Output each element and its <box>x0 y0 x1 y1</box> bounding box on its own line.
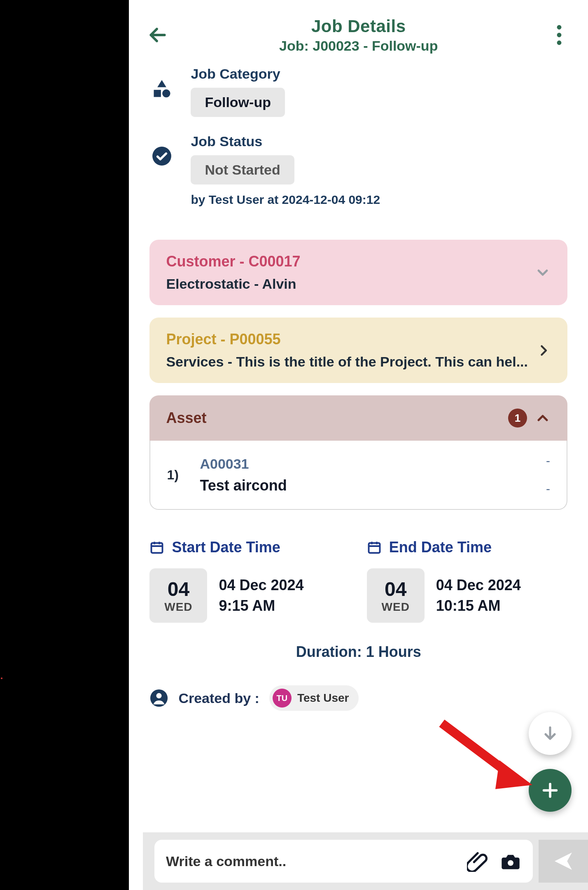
check-circle-icon <box>152 146 172 166</box>
asset-trail-1: - <box>546 454 550 468</box>
back-button[interactable] <box>145 23 170 47</box>
created-by-row: Created by : TU Test User <box>149 685 567 711</box>
page-subtitle: Job: J00023 - Follow-up <box>170 38 547 54</box>
customer-card[interactable]: Customer - C00017 Electrostatic - Alvin <box>149 240 567 305</box>
red-indicator-dot <box>1 677 2 679</box>
send-icon <box>552 850 575 873</box>
asset-count-badge: 1 <box>508 409 527 427</box>
person-circle-icon <box>149 689 168 708</box>
end-datetime-block: End Date Time 04 WED 04 Dec 2024 10:15 A… <box>367 539 567 623</box>
start-daynum: 04 <box>168 578 189 600</box>
created-by-user-chip[interactable]: TU Test User <box>269 685 359 711</box>
job-status-block: Job Status Not Started by Test User at 2… <box>149 133 567 207</box>
end-time: 10:15 AM <box>436 597 521 614</box>
calendar-icon <box>149 540 164 555</box>
svg-point-12 <box>508 860 513 866</box>
scroll-down-fab[interactable] <box>529 712 572 755</box>
svg-rect-7 <box>369 543 380 553</box>
project-card-sub: Services - This is the title of the Proj… <box>166 354 528 370</box>
svg-point-2 <box>557 40 562 45</box>
project-card[interactable]: Project - P00055 Services - This is the … <box>149 318 567 383</box>
created-by-label: Created by : <box>178 690 259 706</box>
end-label: End Date Time <box>389 539 492 556</box>
arrow-left-icon <box>147 25 168 45</box>
asset-row[interactable]: 1) A00031 Test aircond - - <box>150 441 567 509</box>
more-vertical-icon <box>556 25 562 45</box>
page-title: Job Details <box>170 16 547 36</box>
asset-id: A00031 <box>200 456 534 472</box>
chevron-down-icon <box>534 264 551 281</box>
job-category-label: Job Category <box>191 66 567 82</box>
asset-name: Test aircond <box>200 477 534 494</box>
svg-point-9 <box>156 693 162 698</box>
user-avatar-initials: TU <box>273 689 292 708</box>
project-card-title: Project - P00055 <box>166 331 528 348</box>
camera-icon <box>500 850 521 872</box>
asset-card-title: Asset <box>166 409 500 427</box>
comment-input[interactable] <box>166 853 455 869</box>
end-daynum: 04 <box>385 578 406 600</box>
svg-point-1 <box>557 33 562 37</box>
created-by-username: Test User <box>297 691 349 705</box>
svg-rect-3 <box>154 90 161 97</box>
end-date: 04 Dec 2024 <box>436 577 521 594</box>
start-date: 04 Dec 2024 <box>219 577 303 594</box>
end-dow: WED <box>382 600 410 614</box>
svg-point-5 <box>153 147 172 166</box>
arrow-down-icon <box>541 724 559 743</box>
svg-point-4 <box>163 89 171 98</box>
comment-bar <box>143 832 588 890</box>
job-status-byline: by Test User at 2024-12-04 09:12 <box>191 193 567 207</box>
customer-card-sub: Electrostatic - Alvin <box>166 276 526 292</box>
svg-rect-6 <box>152 543 163 553</box>
start-day-tile[interactable]: 04 WED <box>149 568 207 623</box>
add-fab[interactable] <box>529 769 572 812</box>
customer-card-title: Customer - C00017 <box>166 253 526 270</box>
left-empty-panel <box>0 0 129 890</box>
svg-point-0 <box>557 25 562 30</box>
paperclip-icon <box>467 850 488 872</box>
job-status-label: Job Status <box>191 133 567 150</box>
asset-trail-2: - <box>546 482 550 496</box>
chevron-right-icon <box>536 343 551 358</box>
top-bar: Job Details Job: J00023 - Follow-up <box>129 0 588 62</box>
start-label: Start Date Time <box>172 539 280 556</box>
more-options-button[interactable] <box>547 23 572 47</box>
calendar-icon <box>367 540 382 555</box>
camera-button[interactable] <box>500 850 521 872</box>
start-datetime-block: Start Date Time 04 WED 04 Dec 2024 9:15 … <box>149 539 350 623</box>
category-shapes-icon <box>151 78 173 100</box>
job-category-block: Job Category Follow-up <box>149 66 567 117</box>
end-day-tile[interactable]: 04 WED <box>367 568 425 623</box>
attach-button[interactable] <box>467 850 488 872</box>
start-dow: WED <box>164 600 192 614</box>
asset-card-header[interactable]: Asset 1 <box>149 395 567 441</box>
start-time: 9:15 AM <box>219 597 303 614</box>
duration-label: Duration: 1 Hours <box>149 643 567 661</box>
job-category-chip[interactable]: Follow-up <box>191 88 285 117</box>
asset-list: 1) A00031 Test aircond - - <box>149 441 567 510</box>
chevron-up-icon <box>534 410 551 426</box>
plus-icon <box>541 781 560 800</box>
send-button[interactable] <box>539 840 588 883</box>
job-status-chip[interactable]: Not Started <box>191 155 294 185</box>
asset-row-index: 1) <box>167 467 187 483</box>
